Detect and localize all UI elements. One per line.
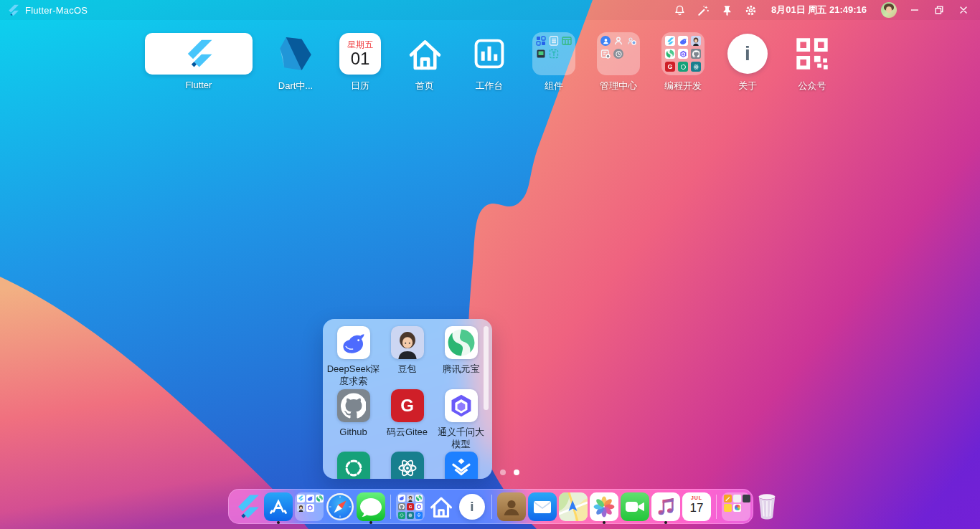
dock-item-music[interactable] (651, 492, 680, 521)
desktop-icon-folder-dev[interactable]: G 编程开发 (661, 33, 705, 92)
deepseek-mini-icon (678, 36, 688, 46)
folder-popup: DeepSeek深度求索 豆包 腾讯元宝 Github G 码云Gitee 通义… (323, 319, 492, 479)
popup-app-atom[interactable] (380, 452, 434, 479)
popup-app-gitee[interactable]: G 码云Gitee (380, 389, 434, 450)
github-icon (337, 389, 370, 422)
app-label: Github (339, 426, 367, 438)
music-icon (651, 492, 680, 521)
desktop-icon-folder-components[interactable]: 组件 (532, 33, 575, 92)
atom-icon (391, 452, 424, 479)
bell-icon[interactable] (674, 4, 686, 16)
gitee-mini-icon: G (665, 62, 675, 72)
dock-item-flutter[interactable] (233, 492, 262, 521)
flutter-mini-icon (665, 36, 675, 46)
restore-button[interactable] (933, 4, 946, 16)
app-title: Flutter-MacOS (25, 5, 88, 16)
text-tool-icon (549, 49, 559, 59)
pin-icon[interactable] (721, 4, 733, 16)
icon-label: 公众号 (798, 80, 826, 92)
dock-item-messages[interactable] (357, 492, 385, 521)
app-label: 通义千问大模型 (434, 426, 488, 450)
app-label: 腾讯元宝 (443, 363, 480, 375)
dock-item-contacts[interactable] (497, 492, 526, 521)
desktop-icon-workbench[interactable]: 工作台 (468, 33, 511, 92)
chatgpt-icon (337, 452, 370, 479)
popup-app-yuanbao[interactable]: 腾讯元宝 (434, 326, 488, 387)
dock-item-folder-utilities[interactable] (722, 492, 750, 521)
popup-app-doubao[interactable]: 豆包 (380, 326, 434, 387)
app-label: 码云Gitee (387, 426, 428, 438)
popup-app-tongyi[interactable]: 通义千问大模型 (434, 389, 488, 450)
tencent-yuanbao-icon (445, 326, 478, 359)
gear-icon[interactable] (745, 4, 757, 16)
icon-label: 日历 (351, 80, 369, 92)
messages-icon (357, 492, 385, 521)
popup-app-deepseek[interactable]: DeepSeek深度求索 (326, 326, 380, 387)
user-avatar[interactable] (881, 2, 897, 18)
contacts-icon (497, 492, 526, 521)
desktop-icon-home[interactable]: 首页 (403, 33, 446, 92)
tongyi-qianwen-icon (445, 389, 478, 422)
card-clock-icon (600, 49, 611, 59)
dock: G i (228, 489, 753, 524)
github-mini-icon (691, 49, 701, 59)
dock-item-trash[interactable] (753, 492, 781, 521)
dock-separator (491, 495, 492, 519)
dock-item-home[interactable] (427, 492, 456, 521)
app-store-icon (264, 492, 293, 521)
dock-item-folder-ai[interactable] (295, 492, 324, 521)
page-dot-2[interactable] (514, 470, 519, 475)
workbench-icon (471, 33, 508, 75)
home-icon (428, 493, 455, 520)
qr-code-icon (793, 33, 831, 75)
dock-item-maps[interactable] (559, 492, 588, 521)
desktop-icon-calendar[interactable]: 星期五 01 日历 (339, 33, 382, 92)
icon-label: 工作台 (476, 80, 504, 92)
photos-icon (590, 492, 618, 521)
page-dot-1[interactable] (500, 470, 506, 475)
dock-item-folder-dev[interactable]: G (396, 492, 425, 521)
utilities-folder-icon (722, 492, 750, 521)
icon-label: 首页 (415, 80, 434, 92)
popup-app-chatgpt[interactable] (326, 452, 380, 479)
close-button[interactable] (957, 4, 970, 16)
calendar-day: 17 (690, 501, 704, 515)
desktop-icon-dart[interactable]: Dart中... (274, 33, 317, 92)
trash-icon (756, 493, 778, 520)
icon-label: Flutter (186, 80, 212, 90)
maps-icon (559, 492, 588, 521)
grid-dots-icon (536, 36, 546, 46)
dock-item-calendar[interactable]: JUL 17 (682, 492, 711, 521)
popup-app-github[interactable]: Github (326, 389, 380, 450)
doubao-mini-icon (691, 36, 701, 46)
dock-item-app-store[interactable] (264, 492, 293, 521)
desktop-icon-folder-admin[interactable]: 管理中心 (597, 33, 640, 92)
safari-icon (326, 492, 354, 521)
icon-label: Dart中... (278, 80, 313, 92)
magic-wand-icon[interactable] (697, 4, 710, 16)
gitee-icon: G (391, 389, 424, 422)
desktop-icon-flutter[interactable]: Flutter (145, 33, 253, 90)
app-label: DeepSeek深度求索 (326, 363, 380, 387)
calendar-icon: JUL 17 (682, 492, 711, 521)
icon-label: 组件 (545, 80, 563, 92)
calendar-month: JUL (691, 495, 702, 501)
chatgpt-mini-icon (678, 62, 688, 72)
desktop-icon-qrcode[interactable]: 公众号 (791, 33, 834, 92)
popup-scrollbar[interactable] (484, 326, 489, 410)
dock-item-about[interactable]: i (458, 492, 486, 521)
desktop-icon-about[interactable]: i 关于 (726, 33, 769, 92)
atom-mini-icon (691, 62, 701, 72)
minimize-button[interactable] (908, 4, 921, 16)
popup-app-juejin[interactable] (434, 452, 488, 479)
juejin-icon (445, 452, 478, 479)
info-icon: i (459, 494, 485, 520)
dock-item-safari[interactable] (326, 492, 354, 521)
dock-item-facetime[interactable] (621, 492, 649, 521)
dock-item-mail[interactable] (528, 492, 557, 521)
icon-label: 关于 (738, 80, 757, 92)
book-icon (536, 49, 546, 59)
calendar-tile: 星期五 01 (339, 33, 381, 75)
dock-item-photos[interactable] (590, 492, 618, 521)
person-outline-icon (613, 36, 623, 46)
